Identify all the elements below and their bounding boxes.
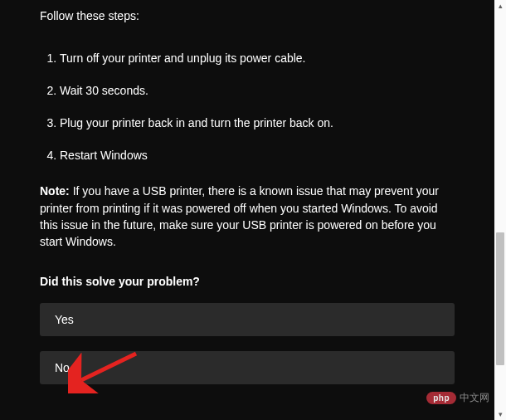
step-item: Wait 30 seconds. — [60, 83, 455, 99]
watermark-text: 中文网 — [460, 391, 489, 405]
yes-button[interactable]: Yes — [40, 303, 455, 336]
note-block: Note: If you have a USB printer, there i… — [40, 183, 455, 250]
step-item: Restart Windows — [60, 148, 455, 164]
watermark-badge: php — [426, 392, 456, 404]
step-item: Plug your printer back in and turn the p… — [60, 115, 455, 131]
solve-prompt: Did this solve your problem? — [40, 274, 455, 290]
scrollbar-thumb[interactable] — [496, 232, 504, 365]
watermark: php 中文网 — [426, 391, 489, 405]
steps-list: Turn off your printer and unplug its pow… — [56, 51, 455, 164]
scrollbar-track[interactable]: ▴ ▾ — [494, 0, 506, 420]
no-button[interactable]: No — [40, 351, 455, 384]
note-label: Note: — [40, 184, 70, 198]
note-text: If you have a USB printer, there is a kn… — [40, 184, 439, 248]
scroll-down-arrow[interactable]: ▾ — [494, 408, 506, 420]
troubleshooter-panel: Follow these steps: Turn off your printe… — [0, 0, 494, 420]
intro-text: Follow these steps: — [40, 8, 455, 24]
step-item: Turn off your printer and unplug its pow… — [60, 51, 455, 66]
scroll-up-arrow[interactable]: ▴ — [494, 0, 506, 12]
